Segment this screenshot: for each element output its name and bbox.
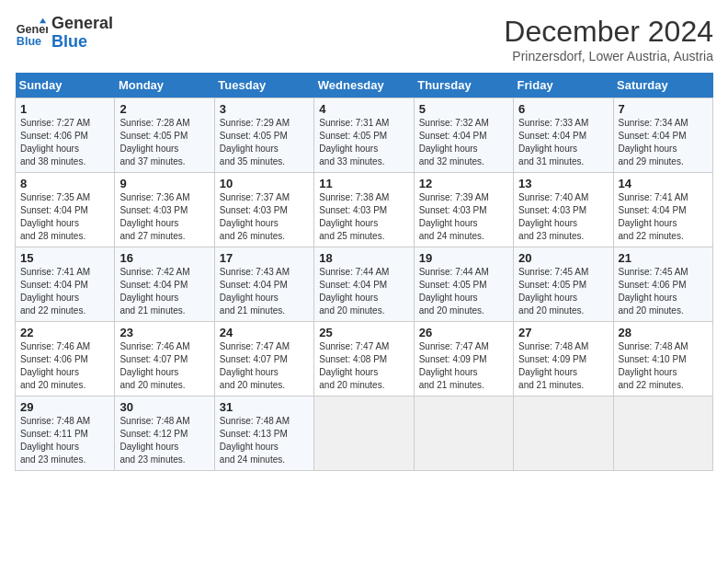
day-info: Sunrise: 7:33 AMSunset: 4:04 PMDaylight … [518,117,608,168]
calendar-cell: 30 Sunrise: 7:48 AMSunset: 4:12 PMDaylig… [115,396,214,471]
calendar-week-4: 22 Sunrise: 7:46 AMSunset: 4:06 PMDaylig… [16,322,713,396]
day-number: 2 [119,102,209,116]
day-info: Sunrise: 7:42 AMSunset: 4:04 PMDaylight … [119,266,209,317]
weekday-header-tuesday: Tuesday [214,73,313,98]
calendar-cell: 29 Sunrise: 7:48 AMSunset: 4:11 PMDaylig… [16,396,115,471]
day-number: 19 [419,251,508,265]
day-number: 17 [220,251,309,265]
day-number: 27 [518,326,608,339]
calendar-cell: 3 Sunrise: 7:29 AMSunset: 4:05 PMDayligh… [214,98,313,173]
day-number: 31 [220,400,309,414]
day-number: 16 [119,251,209,265]
page-header: General Blue General Blue December 2024 … [15,15,713,63]
day-number: 26 [419,326,508,339]
title-section: December 2024 Prinzersdorf, Lower Austri… [504,15,713,63]
day-number: 15 [20,251,109,265]
calendar-cell: 8 Sunrise: 7:35 AMSunset: 4:04 PMDayligh… [16,173,115,247]
calendar-cell: 2 Sunrise: 7:28 AMSunset: 4:05 PMDayligh… [115,98,214,173]
day-number: 18 [319,251,408,265]
weekday-header-monday: Monday [115,73,214,98]
day-number: 30 [119,400,209,414]
day-number: 13 [518,177,608,190]
logo-text: General Blue [51,15,113,52]
day-info: Sunrise: 7:48 AMSunset: 4:12 PMDaylight … [119,415,209,466]
day-info: Sunrise: 7:28 AMSunset: 4:05 PMDaylight … [119,117,209,168]
calendar-cell: 13 Sunrise: 7:40 AMSunset: 4:03 PMDaylig… [514,173,613,247]
calendar-cell: 21 Sunrise: 7:45 AMSunset: 4:06 PMDaylig… [613,247,712,322]
calendar-week-2: 8 Sunrise: 7:35 AMSunset: 4:04 PMDayligh… [16,173,713,247]
calendar-cell: 1 Sunrise: 7:27 AMSunset: 4:06 PMDayligh… [16,98,115,173]
day-info: Sunrise: 7:48 AMSunset: 4:11 PMDaylight … [20,415,109,466]
day-info: Sunrise: 7:39 AMSunset: 4:03 PMDaylight … [419,191,508,243]
day-info: Sunrise: 7:36 AMSunset: 4:03 PMDaylight … [119,191,209,243]
calendar-cell [314,396,414,471]
day-info: Sunrise: 7:32 AMSunset: 4:04 PMDaylight … [419,117,508,168]
svg-text:Blue: Blue [17,34,41,47]
day-info: Sunrise: 7:48 AMSunset: 4:13 PMDaylight … [220,415,309,466]
day-info: Sunrise: 7:29 AMSunset: 4:05 PMDaylight … [220,117,309,168]
weekday-header-friday: Friday [514,73,613,98]
day-info: Sunrise: 7:45 AMSunset: 4:05 PMDaylight … [518,266,608,317]
day-info: Sunrise: 7:43 AMSunset: 4:04 PMDaylight … [220,266,309,317]
day-info: Sunrise: 7:31 AMSunset: 4:05 PMDaylight … [319,117,408,168]
day-info: Sunrise: 7:46 AMSunset: 4:06 PMDaylight … [20,340,109,392]
day-info: Sunrise: 7:46 AMSunset: 4:07 PMDaylight … [119,340,209,392]
day-info: Sunrise: 7:38 AMSunset: 4:03 PMDaylight … [319,191,408,243]
day-info: Sunrise: 7:48 AMSunset: 4:09 PMDaylight … [518,340,608,392]
calendar-cell [613,396,712,471]
day-number: 6 [518,102,608,116]
calendar-cell: 9 Sunrise: 7:36 AMSunset: 4:03 PMDayligh… [115,173,214,247]
calendar-cell: 12 Sunrise: 7:39 AMSunset: 4:03 PMDaylig… [414,173,513,247]
calendar-cell: 7 Sunrise: 7:34 AMSunset: 4:04 PMDayligh… [613,98,712,173]
calendar-cell: 16 Sunrise: 7:42 AMSunset: 4:04 PMDaylig… [115,247,214,322]
calendar-cell: 6 Sunrise: 7:33 AMSunset: 4:04 PMDayligh… [514,98,613,173]
day-info: Sunrise: 7:47 AMSunset: 4:07 PMDaylight … [220,340,309,392]
logo-icon: General Blue [15,17,48,50]
calendar-cell: 10 Sunrise: 7:37 AMSunset: 4:03 PMDaylig… [214,173,313,247]
day-number: 4 [319,102,408,116]
calendar-week-1: 1 Sunrise: 7:27 AMSunset: 4:06 PMDayligh… [16,98,713,173]
day-number: 29 [20,400,109,414]
day-number: 23 [119,326,209,339]
day-number: 20 [518,251,608,265]
day-number: 10 [220,177,309,190]
day-info: Sunrise: 7:47 AMSunset: 4:09 PMDaylight … [419,340,508,392]
weekday-header-saturday: Saturday [613,73,712,98]
weekday-header-sunday: Sunday [16,73,115,98]
day-number: 1 [20,102,109,116]
day-number: 28 [619,326,708,339]
day-info: Sunrise: 7:34 AMSunset: 4:04 PMDaylight … [619,117,708,168]
calendar-week-3: 15 Sunrise: 7:41 AMSunset: 4:04 PMDaylig… [16,247,713,322]
calendar-cell: 19 Sunrise: 7:44 AMSunset: 4:05 PMDaylig… [414,247,513,322]
weekday-header-thursday: Thursday [414,73,513,98]
day-info: Sunrise: 7:27 AMSunset: 4:06 PMDaylight … [20,117,109,168]
calendar-cell: 4 Sunrise: 7:31 AMSunset: 4:05 PMDayligh… [314,98,414,173]
month-title: December 2024 [504,15,713,49]
calendar-cell: 20 Sunrise: 7:45 AMSunset: 4:05 PMDaylig… [514,247,613,322]
calendar-cell: 28 Sunrise: 7:48 AMSunset: 4:10 PMDaylig… [613,322,712,396]
calendar-cell: 22 Sunrise: 7:46 AMSunset: 4:06 PMDaylig… [16,322,115,396]
calendar-cell: 17 Sunrise: 7:43 AMSunset: 4:04 PMDaylig… [214,247,313,322]
day-info: Sunrise: 7:45 AMSunset: 4:06 PMDaylight … [619,266,708,317]
day-info: Sunrise: 7:44 AMSunset: 4:04 PMDaylight … [319,266,408,317]
day-info: Sunrise: 7:47 AMSunset: 4:08 PMDaylight … [319,340,408,392]
location: Prinzersdorf, Lower Austria, Austria [504,49,713,63]
calendar-cell: 26 Sunrise: 7:47 AMSunset: 4:09 PMDaylig… [414,322,513,396]
calendar-cell: 25 Sunrise: 7:47 AMSunset: 4:08 PMDaylig… [314,322,414,396]
svg-marker-2 [40,18,46,23]
day-info: Sunrise: 7:44 AMSunset: 4:05 PMDaylight … [419,266,508,317]
day-number: 25 [319,326,408,339]
calendar-cell: 15 Sunrise: 7:41 AMSunset: 4:04 PMDaylig… [16,247,115,322]
day-number: 11 [319,177,408,190]
day-number: 12 [419,177,508,190]
calendar-cell: 23 Sunrise: 7:46 AMSunset: 4:07 PMDaylig… [115,322,214,396]
calendar-cell [414,396,513,471]
day-number: 21 [619,251,708,265]
calendar-cell: 11 Sunrise: 7:38 AMSunset: 4:03 PMDaylig… [314,173,414,247]
calendar-table: SundayMondayTuesdayWednesdayThursdayFrid… [15,73,713,471]
calendar-cell: 18 Sunrise: 7:44 AMSunset: 4:04 PMDaylig… [314,247,414,322]
calendar-cell: 31 Sunrise: 7:48 AMSunset: 4:13 PMDaylig… [214,396,313,471]
calendar-cell: 5 Sunrise: 7:32 AMSunset: 4:04 PMDayligh… [414,98,513,173]
day-number: 8 [20,177,109,190]
calendar-cell: 27 Sunrise: 7:48 AMSunset: 4:09 PMDaylig… [514,322,613,396]
